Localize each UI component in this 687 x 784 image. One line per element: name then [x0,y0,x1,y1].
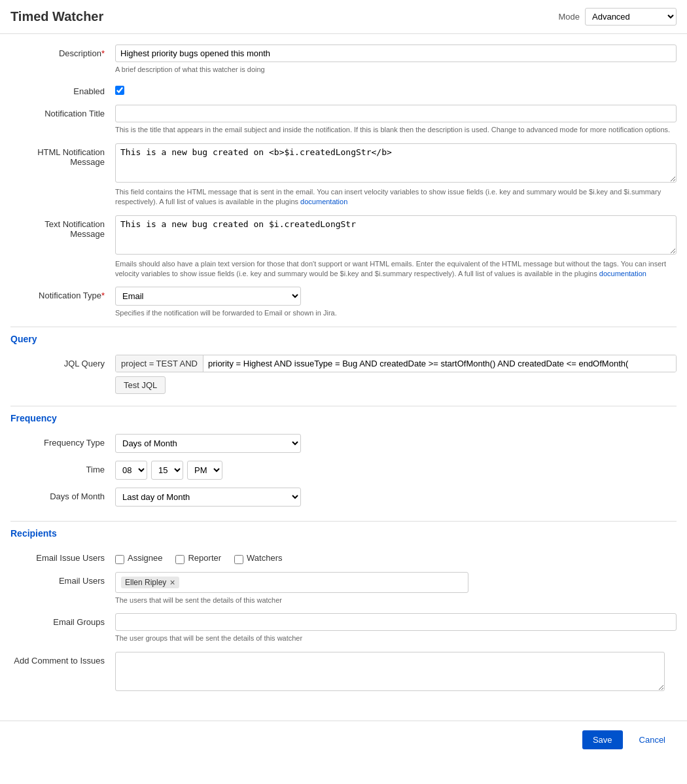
description-input[interactable] [115,45,677,62]
enabled-row: Enabled [10,82,677,97]
user-tag-name: Ellen Ripley [125,578,166,587]
reporter-label: Reporter [188,553,221,563]
email-groups-hint: The user groups that will be sent the de… [115,633,677,643]
watchers-checkbox[interactable] [234,555,243,564]
frequency-type-select[interactable]: Days of Month [115,434,301,453]
page-footer: Save Cancel [0,721,687,758]
text-notification-textarea[interactable]: This is a new bug created on $i.createdL… [115,215,677,255]
frequency-type-field: Days of Month [115,434,677,453]
notification-title-label: Notification Title [10,105,115,118]
notification-type-label: Notification Type* [10,287,115,300]
jql-container: project = TEST AND [115,355,677,372]
time-field: 08 15 PM [115,461,677,480]
reporter-checkbox-item[interactable]: Reporter [175,552,221,564]
email-users-row: Email Users Ellen Ripley × The users tha… [10,572,677,605]
days-of-month-label: Days of Month [10,488,115,501]
mode-label: Mode [558,12,580,22]
minute-select[interactable]: 15 [151,461,183,480]
notification-title-hint: This is the title that appears in the em… [115,125,677,135]
enabled-field [115,82,677,97]
mode-select[interactable]: Advanced [585,8,677,26]
period-select[interactable]: PM [187,461,222,480]
user-tag: Ellen Ripley × [121,577,179,588]
time-controls: 08 15 PM [115,461,677,480]
notification-type-hint: Specifies if the notification will be fo… [115,308,677,318]
assignee-checkbox[interactable] [115,555,124,564]
page-header: Timed Watcher Mode Advanced [0,0,687,34]
enabled-checkbox[interactable] [115,86,124,95]
frequency-type-label: Frequency Type [10,434,115,448]
query-section-title: Query [10,327,677,348]
cancel-button[interactable]: Cancel [628,730,677,749]
html-notification-hint: This field contains the HTML message tha… [115,187,677,207]
notification-title-field: This is the title that appears in the em… [115,105,677,135]
text-notification-label: Text Notification Message [10,215,115,239]
watchers-label: Watchers [247,553,282,563]
email-groups-label: Email Groups [10,613,115,627]
frequency-section: Frequency Frequency Type Days of Month T… [10,406,677,521]
email-issue-users-row: Email Issue Users Assignee Reporter Watc… [10,549,677,564]
assignee-checkbox-item[interactable]: Assignee [115,552,162,564]
add-comment-textarea[interactable] [115,652,665,691]
notification-title-input[interactable] [115,105,677,122]
email-users-input[interactable]: Ellen Ripley × [115,572,468,593]
time-label: Time [10,461,115,474]
time-row: Time 08 15 PM [10,461,677,480]
assignee-label: Assignee [128,553,162,563]
enabled-label: Enabled [10,82,115,96]
description-row: Description* A brief description of what… [10,45,677,75]
days-of-month-row: Days of Month Last day of Month [10,488,677,507]
page-title: Timed Watcher [10,9,103,24]
html-notification-row: HTML Notification Message This is a new … [10,143,677,207]
text-notification-field: This is a new bug created on $i.createdL… [115,215,677,279]
days-of-month-field: Last day of Month [115,488,677,507]
jql-row: JQL Query project = TEST AND Test JQL [10,355,677,394]
description-label: Description* [10,45,115,58]
text-notification-hint: Emails should also have a plain text ver… [115,259,677,279]
jql-input[interactable] [203,355,676,372]
text-notification-doc-link[interactable]: documentation [599,270,646,277]
add-comment-field [115,652,677,693]
notification-type-select[interactable]: Email [115,287,301,306]
save-button[interactable]: Save [582,730,623,749]
notification-type-row: Notification Type* Email Specifies if th… [10,287,677,318]
jql-field: project = TEST AND Test JQL [115,355,677,394]
add-comment-row: Add Comment to Issues [10,652,677,693]
jql-prefix: project = TEST AND [116,355,203,372]
email-groups-row: Email Groups The user groups that will b… [10,613,677,643]
email-users-field: Ellen Ripley × The users that will be se… [115,572,677,605]
html-notification-textarea[interactable]: This is a new bug created on <b>$i.creat… [115,143,677,183]
email-users-label: Email Users [10,572,115,586]
recipients-section-title: Recipients [10,521,677,543]
add-comment-label: Add Comment to Issues [10,652,115,666]
email-users-hint: The users that will be sent the details … [115,596,677,605]
recipients-section: Recipients Email Issue Users Assignee Re… [10,521,677,707]
frequency-section-title: Frequency [10,406,677,427]
test-jql-button[interactable]: Test JQL [115,376,166,394]
watchers-checkbox-item[interactable]: Watchers [234,552,282,564]
mode-container: Mode Advanced [558,8,677,26]
text-notification-row: Text Notification Message This is a new … [10,215,677,279]
user-tag-close[interactable]: × [169,578,175,587]
hour-select[interactable]: 08 [115,461,147,480]
form-content: Description* A brief description of what… [0,34,687,707]
frequency-type-row: Frequency Type Days of Month [10,434,677,453]
email-issue-users-field: Assignee Reporter Watchers [115,549,677,564]
description-hint: A brief description of what this watcher… [115,65,677,75]
notification-title-row: Notification Title This is the title tha… [10,105,677,135]
email-issue-checkboxes: Assignee Reporter Watchers [115,549,677,564]
html-notification-doc-link[interactable]: documentation [300,198,347,205]
email-groups-field: The user groups that will be sent the de… [115,613,677,643]
html-notification-label: HTML Notification Message [10,143,115,167]
email-groups-input[interactable] [115,613,677,631]
jql-label: JQL Query [10,355,115,368]
description-field: A brief description of what this watcher… [115,45,677,75]
notification-type-field: Email Specifies if the notification will… [115,287,677,318]
query-section: Query JQL Query project = TEST AND Test … [10,327,677,406]
reporter-checkbox[interactable] [175,555,185,564]
days-of-month-select[interactable]: Last day of Month [115,488,301,507]
html-notification-field: This is a new bug created on <b>$i.creat… [115,143,677,207]
email-issue-users-label: Email Issue Users [10,549,115,563]
